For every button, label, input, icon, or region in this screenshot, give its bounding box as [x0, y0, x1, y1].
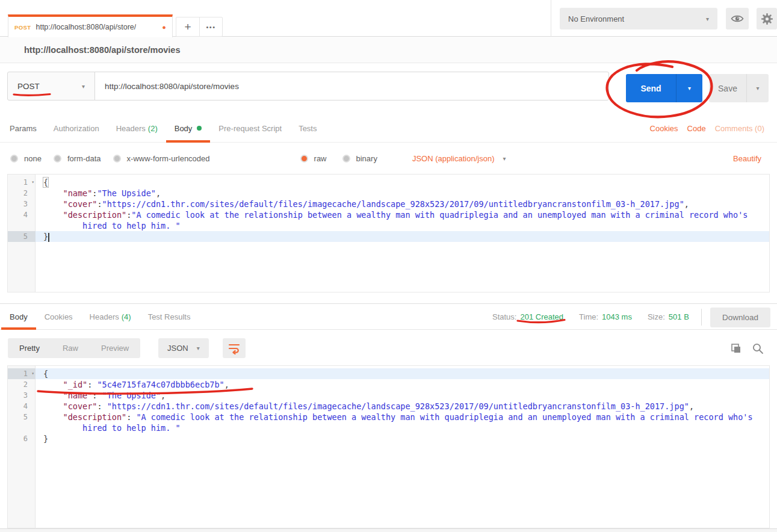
save-options-button[interactable]: ▾ [746, 74, 769, 102]
radio-icon [54, 155, 61, 162]
radio-label: none [24, 154, 42, 163]
tab-params[interactable]: Params [1, 114, 45, 142]
radio-label: form-data [67, 154, 101, 163]
response-body-editor[interactable]: 1▾{2 "_id": "5c4e715fa74c07dbbb6ecb7b",3… [7, 365, 770, 528]
code-line: 1▾{ [8, 368, 769, 379]
fold-caret-icon[interactable]: ▾ [31, 368, 34, 379]
copy-icon[interactable] [730, 342, 742, 354]
radio-label: raw [314, 154, 327, 163]
request-tab[interactable]: POST http://localhost:8080/api/store/ ● [8, 14, 173, 37]
response-actions [730, 338, 764, 358]
save-label: Save [709, 74, 746, 102]
beautify-link[interactable]: Beautify [733, 154, 761, 163]
code-line: 2 "name":"The Upside", [8, 188, 769, 199]
divider [701, 309, 702, 326]
code-line: 4 "cover": "https://cdn1.thr.com/sites/d… [8, 401, 769, 412]
bottom-bar [0, 528, 777, 532]
body-mode-urlencoded[interactable]: x-www-form-urlencoded [113, 154, 210, 163]
new-tab-button[interactable]: + [176, 17, 199, 36]
body-mode-none[interactable]: none [10, 154, 42, 163]
response-meta: Status: 201 Created Time: 1043 ms Size: … [492, 304, 689, 329]
settings-button[interactable] [757, 8, 777, 29]
method-selector[interactable]: POST ▾ [7, 72, 95, 101]
time-badge: Time: 1043 ms [579, 312, 632, 321]
code-line: 3 "name": "The Upside", [8, 390, 769, 401]
chevron-down-icon: ▾ [756, 85, 759, 91]
view-pretty[interactable]: Pretty [8, 338, 51, 358]
header-divider [551, 0, 551, 37]
response-tab-cookies[interactable]: Cookies [36, 304, 81, 329]
text-cursor [48, 233, 49, 242]
response-format-selector[interactable]: JSON ▾ [158, 338, 209, 358]
time-value: 1043 ms [602, 312, 632, 321]
content-type-label: JSON (application/json) [412, 154, 495, 163]
send-options-button[interactable]: ▾ [676, 74, 702, 102]
search-icon[interactable] [752, 342, 764, 354]
environment-quick-look-button[interactable] [726, 8, 749, 29]
comments-link[interactable]: Comments (0) [715, 124, 764, 133]
request-title-row: http://localhost:8080/api/store/movies [0, 37, 777, 63]
size-badge: Size: 501 B [648, 312, 689, 321]
more-tabs-button[interactable]: ••• [199, 17, 222, 36]
chevron-down-icon: ▾ [82, 83, 85, 90]
content-type-selector[interactable]: JSON (application/json) ▾ [412, 154, 506, 163]
code-link[interactable]: Code [687, 124, 706, 133]
tab-actions: + ••• [176, 17, 223, 37]
code-line: 4 "description":"A comedic look at the r… [8, 209, 769, 220]
response-tab-test-results[interactable]: Test Results [140, 304, 199, 329]
wrap-text-icon [228, 342, 241, 354]
send-button[interactable]: Send ▾ [626, 74, 702, 102]
response-header: Body Cookies Headers (4) Test Results St… [0, 303, 777, 330]
method-label: POST [17, 82, 40, 91]
tab-title: http://localhost:8080/api/store/ [36, 23, 136, 31]
request-tabs: Params Authorization Headers (2) Body Pr… [0, 114, 777, 143]
top-bar: POST http://localhost:8080/api/store/ ● … [0, 0, 777, 37]
code-line: hired to help him. " [8, 220, 769, 231]
request-body-editor[interactable]: 1▾{2 "name":"The Upside",3 "cover":"http… [7, 174, 770, 292]
chevron-down-icon: ▾ [688, 85, 691, 91]
radio-label: binary [356, 154, 377, 163]
ellipsis-icon: ••• [206, 23, 215, 31]
response-tab-headers[interactable]: Headers (4) [81, 304, 140, 329]
tab-pre-request-script[interactable]: Pre-request Script [210, 114, 290, 142]
fold-caret-icon[interactable]: ▾ [31, 177, 34, 188]
wrap-text-button[interactable] [223, 338, 246, 358]
tab-headers[interactable]: Headers (2) [108, 114, 166, 142]
body-mode-form-data[interactable]: form-data [54, 154, 101, 163]
environment-label: No Environment [568, 14, 624, 23]
tab-authorization[interactable]: Authorization [45, 114, 108, 142]
body-type-row: none form-data x-www-form-urlencoded raw… [0, 143, 777, 174]
body-mode-raw[interactable]: raw [300, 154, 327, 163]
radio-label: x-www-form-urlencoded [127, 154, 210, 163]
chevron-down-icon: ▾ [197, 345, 200, 351]
code-line: 3 "cover":"https://cdn1.thr.com/sites/de… [8, 199, 769, 209]
code-line: 6} [8, 433, 769, 444]
url-input[interactable] [94, 72, 609, 101]
view-preview[interactable]: Preview [90, 338, 140, 358]
download-button[interactable]: Download [710, 308, 770, 327]
code-line: hired to help him. " [8, 422, 769, 433]
save-button[interactable]: Save ▾ [709, 74, 769, 102]
body-has-content-dot-icon [197, 126, 202, 131]
response-view-switch: Pretty Raw Preview [8, 338, 140, 358]
headers-count: (2) [148, 124, 158, 133]
radio-icon [342, 155, 350, 162]
postman-window: POST http://localhost:8080/api/store/ ● … [0, 0, 777, 532]
request-links: Cookies Code Comments (0) [650, 114, 777, 142]
request-builder: POST ▾ Send ▾ Save ▾ [0, 63, 777, 114]
response-tab-body[interactable]: Body [1, 304, 36, 329]
request-url-title: http://localhost:8080/api/store/movies [24, 45, 180, 55]
gear-icon [760, 12, 774, 26]
response-toolbar: Pretty Raw Preview JSON ▾ [0, 330, 777, 365]
radio-selected-icon [300, 155, 308, 162]
code-line: 5} [8, 231, 769, 242]
tab-tests[interactable]: Tests [290, 114, 325, 142]
tab-body[interactable]: Body [166, 114, 211, 142]
eye-icon [731, 14, 744, 23]
cookies-link[interactable]: Cookies [650, 124, 678, 133]
response-headers-count: (4) [122, 312, 131, 321]
chevron-down-icon: ▾ [706, 16, 709, 22]
view-raw[interactable]: Raw [51, 338, 90, 358]
body-mode-binary[interactable]: binary [342, 154, 377, 163]
environment-selector[interactable]: No Environment ▾ [560, 8, 717, 29]
